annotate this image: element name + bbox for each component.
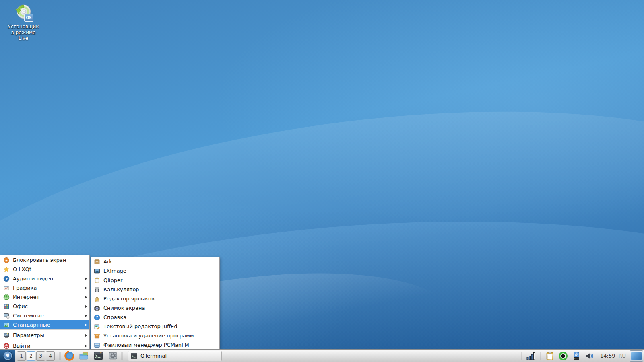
workspace-button-1[interactable]: 1 <box>17 351 26 361</box>
lock-screen-icon <box>3 257 10 263</box>
taskbar-task-qterminal[interactable]: QTerminal <box>128 351 222 361</box>
menu-item-shortcut-editor[interactable]: Редактор ярлыков <box>91 294 219 303</box>
screengrab-record-icon[interactable] <box>558 351 568 361</box>
menu-item-calculator[interactable]: Калькулятор <box>91 285 219 294</box>
pcmanfm-folder-icon[interactable] <box>78 350 89 362</box>
workspace-button-3[interactable]: 3 <box>36 351 45 361</box>
audio-video-icon <box>3 276 10 282</box>
archive-icon <box>94 259 100 265</box>
live-installer-disc-icon: OS <box>13 3 34 23</box>
keyboard-layout-indicator[interactable]: RU <box>618 353 626 359</box>
usb-device-icon[interactable] <box>572 351 582 361</box>
submenu-arrow-icon <box>85 334 87 337</box>
qterminal-icon[interactable] <box>93 350 104 362</box>
menu-item-label: Графика <box>13 285 82 291</box>
volume-icon[interactable] <box>585 351 595 361</box>
menu-item-label: Блокировать экран <box>13 257 87 263</box>
network-signal-icon[interactable] <box>526 351 536 361</box>
taskbar-panel: 1234 QTerminal 14:59 RU <box>0 349 644 362</box>
menu-item-label: Снимок экрана <box>103 305 217 311</box>
application-menu: Блокировать экранО LXQtАудио и видеоГраф… <box>0 255 90 349</box>
software-install-icon <box>94 333 100 339</box>
menu-item-system-tools[interactable]: Системные <box>0 311 89 320</box>
qterminal-icon <box>130 352 138 360</box>
menu-item-lock-screen[interactable]: Блокировать экран <box>0 255 89 265</box>
accessories-icon <box>3 322 10 328</box>
screenshot-camera-icon <box>94 305 100 311</box>
lxqt-settings-gear-icon[interactable] <box>107 350 118 362</box>
menu-item-label: Стандартные <box>13 322 82 328</box>
workspace-switcher: 1234 <box>17 351 55 361</box>
start-menu-button[interactable] <box>0 350 15 362</box>
workspace-button-4[interactable]: 4 <box>46 351 55 361</box>
image-viewer-icon <box>94 268 100 274</box>
menu-item-graphics[interactable]: Графика <box>0 283 89 292</box>
menu-item-label: Интернет <box>13 294 82 300</box>
menu-item-internet-globe[interactable]: Интернет <box>0 292 89 302</box>
menu-item-accessories[interactable]: Стандартные <box>0 320 89 329</box>
about-star-icon <box>3 266 10 273</box>
submenu-arrow-icon <box>85 277 87 280</box>
workspace-button-2[interactable]: 2 <box>27 351 35 361</box>
menu-item-audio-video[interactable]: Аудио и видео <box>0 274 89 283</box>
menu-item-label: Ark <box>103 259 217 265</box>
menu-item-image-viewer[interactable]: LXImage <box>91 266 219 276</box>
desktop-icon-label: Установщик в режиме Live <box>3 24 43 41</box>
submenu-arrow-icon <box>85 314 87 317</box>
preferences-icon <box>3 332 10 339</box>
task-button-label: QTerminal <box>140 353 167 359</box>
submenu-arrow-icon <box>85 286 87 290</box>
menu-item-archive[interactable]: Ark <box>91 257 219 266</box>
menu-item-logout-power[interactable]: Выйти <box>0 341 89 349</box>
quick-launch <box>62 350 120 362</box>
menu-item-label: Офис <box>13 303 82 309</box>
menu-item-label: LXImage <box>103 268 217 274</box>
submenu-arrow-icon <box>85 323 87 327</box>
menu-item-label: Параметры <box>13 332 82 338</box>
lxqt-orb-icon <box>2 350 13 361</box>
logout-power-icon <box>3 343 10 349</box>
help-icon: ? <box>94 314 100 321</box>
menu-item-label: Qlipper <box>103 277 217 283</box>
panel-drag-handle[interactable] <box>58 352 61 360</box>
panel-drag-handle[interactable] <box>121 352 124 360</box>
internet-globe-icon <box>3 294 10 300</box>
menu-item-label: Установка и удаление программ <box>103 333 217 339</box>
menu-item-clipboard[interactable]: Qlipper <box>91 276 219 285</box>
file-manager-icon <box>94 342 100 348</box>
menu-item-screenshot-camera[interactable]: Снимок экрана <box>91 303 219 313</box>
menu-item-label: О LXQt <box>13 266 87 272</box>
office-icon <box>3 303 10 310</box>
show-desktop-button[interactable] <box>630 350 643 362</box>
submenu-arrow-icon <box>85 344 87 348</box>
menu-item-text-editor[interactable]: Текстовый редактор JuffEd <box>91 322 219 331</box>
firefox-icon[interactable] <box>64 350 75 362</box>
menu-item-software-install[interactable]: Установка и удаление программ <box>91 331 219 340</box>
clock[interactable]: 14:59 <box>600 353 615 359</box>
panel-drag-handle[interactable] <box>520 352 523 360</box>
menu-item-office[interactable]: Офис <box>0 302 89 311</box>
menu-item-help[interactable]: ?Справка <box>91 313 219 322</box>
menu-item-label: Выйти <box>13 343 82 349</box>
os-badge: OS <box>24 14 33 22</box>
menu-item-file-manager[interactable]: Файловый менеджер PCManFM <box>91 340 219 349</box>
desktop-wallpaper: OS Установщик в режиме Live Блокировать … <box>0 0 644 362</box>
system-tools-icon <box>3 313 10 319</box>
menu-item-preferences[interactable]: Параметры <box>0 331 89 340</box>
menu-item-label: Редактор ярлыков <box>103 296 217 302</box>
menu-item-label: Калькулятор <box>103 286 217 292</box>
panel-drag-handle[interactable] <box>539 352 542 360</box>
menu-item-label: Аудио и видео <box>13 276 82 282</box>
submenu-arrow-icon <box>85 305 87 308</box>
menu-item-about-star[interactable]: О LXQt <box>0 265 89 274</box>
text-editor-icon <box>94 323 100 330</box>
svg-text:?: ? <box>96 315 98 319</box>
desktop-icon-live-installer[interactable]: OS Установщик в режиме Live <box>3 3 43 41</box>
desktop-preview-icon <box>631 352 642 360</box>
submenu-arrow-icon <box>85 296 87 299</box>
menu-item-label: Системные <box>13 313 82 319</box>
clipboard-qlipper-icon[interactable] <box>545 351 555 361</box>
system-tray <box>519 351 597 361</box>
menu-item-label: Текстовый редактор JuffEd <box>103 323 217 329</box>
menu-item-label: Справка <box>103 314 217 320</box>
